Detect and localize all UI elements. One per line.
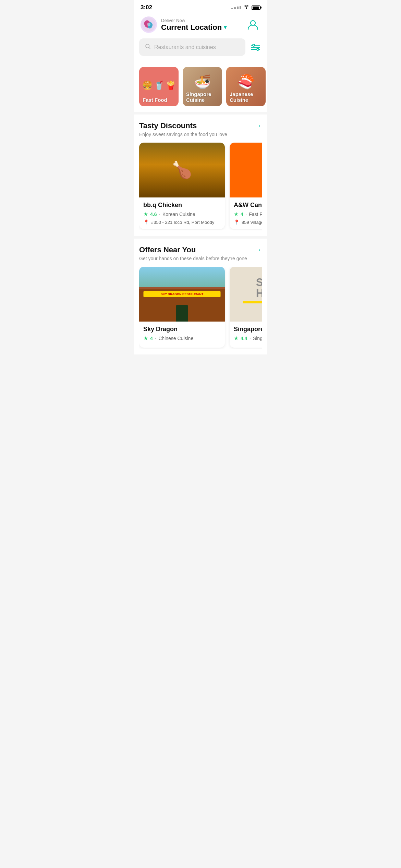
tasty-discounts-scroll: 🍗 bb.q Chicken ★ 4.6 · Korean Cuisine 📍 … (139, 143, 262, 230)
singa-image: SINGAHAW 南 (230, 267, 262, 322)
singa-big-text: SINGAHAW (256, 277, 262, 299)
bbq-chicken-name: bb.q Chicken (143, 202, 221, 209)
category-label-singapore: Singapore Cuisine (186, 91, 222, 103)
aw-rating: 4 (241, 212, 243, 217)
search-icon (145, 43, 151, 51)
singa-bar (243, 301, 262, 303)
profile-button[interactable] (245, 17, 260, 32)
search-container: Restaurants and cuisines (134, 38, 267, 61)
signal-icon (231, 6, 241, 9)
location-text: Current Location (161, 23, 222, 32)
tasty-discounts-title: Tasty Discounts (139, 121, 197, 130)
offers-header: Offers Near You → (139, 245, 262, 254)
location-info[interactable]: Deliver Now Current Location ▾ (161, 18, 227, 32)
restaurant-card-singa[interactable]: SINGAHAW 南 Singapore H ★ 4.4 · Singapore (230, 267, 262, 348)
singa-cuisine: Singapore (253, 336, 262, 341)
search-bar[interactable]: Restaurants and cuisines (139, 38, 245, 56)
svg-point-10 (253, 44, 255, 46)
header-left: Deliver Now Current Location ▾ (141, 16, 227, 33)
restaurant-card-skydragon[interactable]: SKY DRAGON RESTAURANT Sky Dragon ★ 4 · C… (139, 267, 225, 348)
fries-icon: 🍟 (166, 81, 176, 90)
aw-meta: ★ 4 · Fast Food (234, 211, 262, 217)
offers-near-you-section: Offers Near You → Get your hands on thes… (134, 239, 267, 354)
bbq-cuisine: Korean Cuisine (162, 212, 195, 217)
bbq-chicken-image: 🍗 (139, 143, 225, 197)
aw-address: 859 Village D (242, 220, 262, 225)
category-label-japanese: Japanese Cuisine (230, 91, 266, 103)
header: Deliver Now Current Location ▾ (134, 14, 267, 38)
category-singapore[interactable]: 🍜 Singapore Cuisine (183, 67, 222, 106)
separator: · (159, 211, 160, 217)
tasty-discounts-arrow[interactable]: → (254, 121, 262, 130)
skydragon-meta: ★ 4 · Chinese Cuisine (143, 335, 221, 341)
offers-scroll: SKY DRAGON RESTAURANT Sky Dragon ★ 4 · C… (139, 267, 262, 349)
singa-name: Singapore H (234, 326, 262, 333)
skydragon-info: Sky Dragon ★ 4 · Chinese Cuisine (139, 322, 225, 348)
svg-point-4 (147, 23, 150, 26)
categories-section: 🍔 🥤 🍟 Fast Food 🍜 Singapore Cuisine 🍣 Ja… (134, 61, 267, 112)
aw-location: 📍 859 Village D (234, 219, 262, 225)
aw-image: A (230, 143, 262, 197)
restaurant-card-bbq[interactable]: 🍗 bb.q Chicken ★ 4.6 · Korean Cuisine 📍 … (139, 143, 225, 229)
tasty-discounts-header: Tasty Discounts → (139, 121, 262, 130)
skydragon-cuisine: Chinese Cuisine (158, 336, 193, 341)
star-icon-skydragon: ★ (143, 335, 148, 341)
location-selector[interactable]: Current Location ▾ (161, 23, 227, 32)
door (176, 305, 188, 322)
search-placeholder: Restaurants and cuisines (154, 44, 216, 50)
bbq-chicken-meta: ★ 4.6 · Korean Cuisine (143, 211, 221, 217)
status-icons (231, 4, 260, 11)
skydragon-rating: 4 (150, 336, 153, 341)
app-logo[interactable] (141, 16, 157, 33)
svg-point-0 (246, 8, 247, 9)
category-fast-food[interactable]: 🍔 🥤 🍟 Fast Food (139, 67, 179, 106)
offers-title: Offers Near You (139, 245, 196, 254)
singa-meta: ★ 4.4 · Singapore (234, 335, 262, 341)
tasty-discounts-subtitle: Enjoy sweet savings on the food you love (139, 132, 262, 137)
aw-cuisine: Fast Food (249, 212, 262, 217)
aw-info: A&W Canada ★ 4 · Fast Food 📍 859 Village… (230, 197, 262, 229)
category-label-fast-food: Fast Food (143, 97, 167, 103)
wifi-icon (243, 4, 250, 11)
star-icon-aw: ★ (234, 211, 239, 217)
japanese-food-visual: 🍣 (238, 74, 255, 90)
sign: SKY DRAGON RESTAURANT (144, 291, 221, 297)
tasty-discounts-section: Tasty Discounts → Enjoy sweet savings on… (134, 114, 267, 236)
fast-food-illustration: 🍔 🥤 🍟 (142, 81, 176, 90)
chevron-down-icon: ▾ (224, 24, 227, 31)
separator: · (155, 335, 156, 341)
bbq-rating: 4.6 (150, 212, 157, 217)
bbq-location: 📍 #350 - 221 Ioco Rd, Port Moody (143, 219, 221, 225)
status-bar: 3:02 (134, 0, 267, 14)
pin-icon: 📍 (143, 219, 149, 225)
skydragon-image: SKY DRAGON RESTAURANT (139, 267, 225, 322)
singa-info: Singapore H ★ 4.4 · Singapore (230, 322, 262, 348)
singapore-food-visual: 🍜 (194, 74, 211, 90)
offers-subtitle: Get your hands on these deals before the… (139, 256, 262, 261)
burger-icon: 🍔 (142, 81, 153, 90)
star-icon: ★ (143, 211, 148, 217)
separator: · (245, 211, 247, 217)
drink-icon: 🥤 (154, 81, 164, 90)
deliver-now-label: Deliver Now (161, 18, 227, 23)
offers-arrow[interactable]: → (254, 245, 262, 254)
separator: · (249, 335, 251, 341)
bbq-address: #350 - 221 Ioco Rd, Port Moody (151, 220, 214, 225)
restaurant-card-aw[interactable]: A A&W Canada ★ 4 · Fast Food 📍 859 Villa… (230, 143, 262, 229)
svg-point-11 (257, 48, 259, 50)
filter-button[interactable] (250, 41, 262, 53)
star-icon-singa: ★ (234, 335, 239, 341)
category-japanese[interactable]: 🍣 Japanese Cuisine (226, 67, 266, 106)
pin-icon-aw: 📍 (234, 219, 240, 225)
battery-icon (252, 5, 260, 10)
chicken-emoji: 🍗 (172, 160, 192, 180)
skydragon-name: Sky Dragon (143, 326, 221, 333)
aw-name: A&W Canada (234, 202, 262, 209)
bbq-chicken-info: bb.q Chicken ★ 4.6 · Korean Cuisine 📍 #3… (139, 197, 225, 229)
status-time: 3:02 (141, 4, 152, 11)
singa-rating: 4.4 (241, 336, 247, 341)
categories-scroll: 🍔 🥤 🍟 Fast Food 🍜 Singapore Cuisine 🍣 Ja… (139, 67, 267, 106)
